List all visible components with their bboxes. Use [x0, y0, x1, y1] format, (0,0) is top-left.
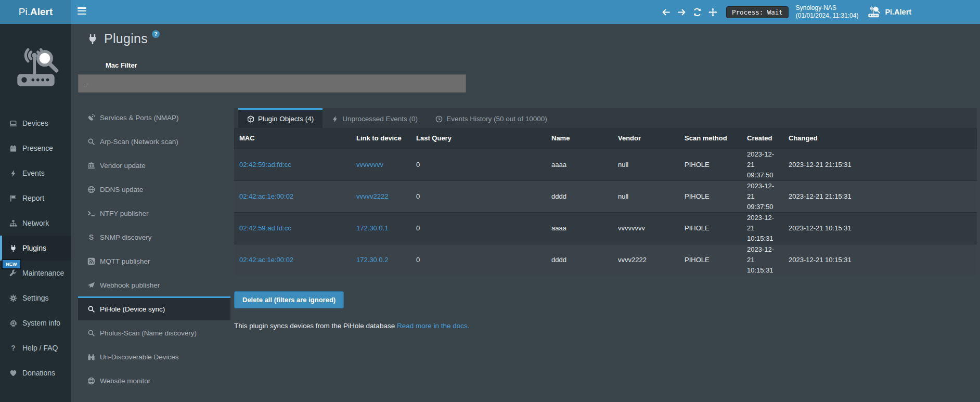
tab-label: Events History (50 out of 10000)	[446, 115, 547, 123]
plugin-item-label: Vendor update	[100, 162, 146, 170]
host-info: Synology-NAS (01/01/2024, 11:31:04)	[796, 4, 859, 20]
tab-label: Plugin Objects (4)	[258, 115, 314, 123]
plugin-item-website-monitor[interactable]: Website monitor	[78, 368, 230, 392]
sidebar-item-settings[interactable]: Settings	[0, 286, 71, 310]
tab-events-history[interactable]: Events History (50 out of 10000)	[427, 108, 556, 128]
name-cell: dddd	[546, 180, 613, 212]
flag-icon	[9, 194, 17, 202]
plugin-item-pihole-device-sync[interactable]: PiHole (Device sync)	[78, 296, 230, 320]
sidebar-item-help-faq[interactable]: ? Help / FAQ	[0, 335, 71, 360]
plugin-list: Services & Ports (NMAP) Arp-Scan (Networ…	[78, 105, 230, 392]
globe-icon	[87, 377, 95, 385]
col-header-vendor: Vendor	[613, 128, 679, 149]
sidebar-item-devices[interactable]: Devices	[0, 111, 71, 136]
sidebar-item-events[interactable]: Events	[0, 161, 71, 186]
refresh-icon[interactable]	[693, 8, 702, 17]
last-query-cell: 0	[411, 180, 546, 212]
changed-cell: 2023-12-21 21:15:31	[783, 180, 977, 212]
arrow-right-icon[interactable]	[677, 8, 686, 17]
plugin-item-mqtt-publisher[interactable]: MQTT publisher	[78, 249, 230, 273]
device-link[interactable]: 172.30.0.1	[356, 224, 388, 232]
device-link[interactable]: vvvvv2222	[356, 192, 388, 200]
mac-link[interactable]: 02:42:ac:1e:00:02	[239, 192, 293, 200]
changed-cell: 2023-12-21 10:15:31	[783, 212, 977, 244]
table-row: 02:42:ac:1e:00:02 172.30.0.2 0 dddd vvvv…	[234, 244, 977, 276]
name-cell: aaaa	[546, 149, 613, 180]
bolt-icon	[331, 115, 339, 123]
laptop-icon	[9, 120, 17, 127]
plugin-description: This plugin syncs devices from the PiHol…	[234, 322, 977, 330]
terminal-icon	[87, 210, 95, 217]
tab-label: Unprocessed Events (0)	[342, 115, 418, 123]
device-link[interactable]: vvvvvvvv	[356, 161, 383, 168]
cube-icon	[247, 115, 254, 123]
page-title: Plugins	[104, 31, 148, 46]
plugin-item-snmp-discovery[interactable]: S SNMP discovery	[78, 225, 230, 249]
s-icon: S	[87, 234, 95, 241]
last-query-cell: 0	[411, 244, 546, 276]
plugin-item-vendor-update[interactable]: Vendor update	[78, 153, 230, 177]
plugin-item-services-ports[interactable]: Services & Ports (NMAP)	[78, 105, 230, 129]
topbar-app-name: Pi.Alert	[885, 8, 911, 16]
plugin-item-label: Arp-Scan (Network scan)	[100, 138, 178, 146]
col-header-scan-method: Scan method	[679, 128, 742, 149]
brand-logo[interactable]: Pi.Alert	[0, 0, 71, 24]
sidebar-item-label: System info	[22, 319, 60, 327]
plugin-item-ddns-update[interactable]: DDNS update	[78, 177, 230, 201]
plugin-item-ntfy-publisher[interactable]: NTFY publisher	[78, 201, 230, 225]
sidebar-item-plugins[interactable]: Plugins	[0, 236, 71, 261]
sidebar-item-presence[interactable]: Presence	[0, 136, 71, 161]
move-icon[interactable]	[708, 8, 717, 17]
bolt-icon	[9, 170, 17, 177]
gear-icon	[9, 294, 17, 302]
sidebar-toggle-icon[interactable]	[78, 7, 88, 17]
mac-link[interactable]: 02:42:ac:1e:00:02	[239, 256, 293, 264]
search-icon	[87, 138, 95, 146]
plugin-item-label: MQTT publisher	[100, 257, 150, 265]
host-name: Synology-NAS	[796, 4, 836, 11]
tab-unprocessed-events[interactable]: Unprocessed Events (0)	[323, 108, 427, 128]
sidebar-item-label: Maintenance	[22, 269, 64, 277]
help-badge[interactable]: ?	[152, 30, 160, 38]
rss-icon	[87, 257, 95, 265]
arrow-left-icon[interactable]	[662, 8, 670, 17]
plugin-item-label: Website monitor	[100, 377, 150, 385]
delete-all-button[interactable]: Delete all (filters are ignored)	[234, 291, 344, 308]
tab-plugin-objects[interactable]: Plugin Objects (4)	[238, 108, 323, 128]
plugin-item-undiscoverable-devices[interactable]: Un-Discoverable Devices	[78, 344, 230, 368]
plugin-item-webhook-publisher[interactable]: Webhook publisher	[78, 273, 230, 296]
col-header-created: Created	[742, 128, 783, 149]
col-header-mac: MAC	[234, 128, 351, 149]
sidebar: Devices Presence Events Report Network P…	[0, 24, 71, 402]
table-row: 02:42:59:ad:fd:cc 172.30.0.1 0 aaaa vvvv…	[234, 212, 977, 244]
tab-bar: Plugin Objects (4) Unprocessed Events (0…	[234, 108, 977, 128]
read-docs-link[interactable]: Read more in the docs.	[397, 322, 470, 330]
sidebar-item-label: Settings	[22, 294, 49, 302]
plugin-item-label: PiHole (Device sync)	[100, 305, 165, 313]
table-header-row: MAC Link to device Last Query Name Vendo…	[234, 128, 977, 149]
scan-method-cell: PIHOLE	[679, 180, 742, 212]
top-navbar: Pi.Alert Process: Wait Synology-NAS (01/…	[0, 0, 980, 24]
sidebar-item-label: Donations	[22, 369, 55, 377]
paper-plane-icon	[87, 281, 95, 289]
plugin-item-label: Services & Ports (NMAP)	[100, 114, 179, 122]
plugin-item-arp-scan[interactable]: Arp-Scan (Network scan)	[78, 129, 230, 153]
heart-icon	[9, 369, 17, 377]
mac-link[interactable]: 02:42:59:ad:fd:cc	[239, 161, 291, 168]
table-row: 02:42:ac:1e:00:02 vvvvv2222 0 dddd null …	[234, 180, 977, 212]
sidebar-item-report[interactable]: Report	[0, 186, 71, 211]
plugin-item-label: DDNS update	[100, 186, 143, 193]
sidebar-item-system-info[interactable]: System info	[0, 310, 71, 335]
device-link[interactable]: 172.30.0.2	[356, 256, 388, 264]
scan-method-cell: PIHOLE	[679, 149, 742, 180]
vendor-cell: vvvv2222	[613, 244, 679, 276]
mac-link[interactable]: 02:42:59:ad:fd:cc	[239, 224, 291, 232]
mac-filter-input[interactable]	[78, 74, 466, 93]
brand-prefix: Pi.	[19, 6, 30, 18]
sidebar-item-label: Presence	[22, 144, 53, 152]
plugin-item-pholus-scan[interactable]: Pholus-Scan (Name discovery)	[78, 320, 230, 344]
main-content: Plugins ? Mac Filter Services & Ports (N…	[71, 24, 980, 402]
sidebar-item-network[interactable]: Network	[0, 211, 71, 236]
wrench-icon	[9, 269, 17, 277]
sidebar-item-donations[interactable]: Donations	[0, 360, 71, 385]
